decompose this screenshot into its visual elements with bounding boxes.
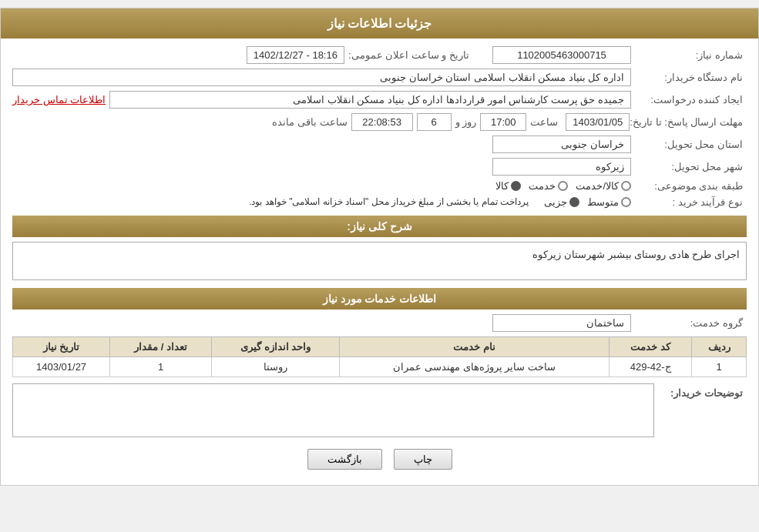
table-cell: 1	[110, 357, 212, 377]
baqi-label: ساعت باقی مانده	[272, 116, 347, 128]
tabaghebandi-group: کالا/خدمت خدمت کالا	[495, 180, 631, 192]
table-head: ردیف کد خدمت نام خدمت واحد اندازه گیری ت…	[13, 337, 747, 357]
nam-dastgah-value: اداره کل بنیاد مسکن انقلاب اسلامی استان …	[12, 69, 631, 86]
mohlat-date: 1403/01/05	[566, 113, 630, 131]
radio-jozii[interactable]: جزیی	[544, 196, 579, 208]
khadamat-section-header: اطلاعات خدمات مورد نیاز	[12, 288, 747, 309]
col-vahed: واحد اندازه گیری	[212, 337, 340, 357]
sharh-box: اجرای طرح هادی روستای بیشبر شهرستان زیرک…	[12, 242, 747, 280]
page-title: جزئیات اطلاعات نیاز	[327, 17, 432, 30]
table-body: 1ج-42-429ساخت سایر پروژه‌های مهندسی عمرا…	[13, 357, 747, 377]
page-header: جزئیات اطلاعات نیاز	[1, 8, 758, 38]
khadamat-title: اطلاعات خدمات مورد نیاز	[323, 293, 437, 305]
ijad-row: ایجاد کننده درخواست: جمیده حق پرست کارشن…	[12, 91, 747, 109]
shomara-label: شماره نیاز:	[631, 49, 747, 61]
tabaghebandi-row: طبقه بندی موضوعی: کالا/خدمت خدمت کالا	[12, 180, 747, 192]
rooz-label: روز و	[455, 116, 477, 128]
tarikh-value: 1402/12/27 - 18:16	[247, 46, 344, 64]
radio-khadamat-circle	[558, 181, 568, 191]
sharh-title: شرح کلی نیاز:	[347, 220, 411, 233]
radio-motasat[interactable]: متوسط	[587, 196, 631, 208]
col-radif: ردیف	[692, 337, 747, 357]
sharh-text: اجرای طرح هادی روستای بیشبر شهرستان زیرک…	[532, 249, 740, 260]
radio-motasat-circle	[621, 197, 631, 207]
ostan-value: خراسان جنوبی	[492, 136, 631, 153]
col-kod: کد خدمت	[609, 337, 691, 357]
col-nam: نام خدمت	[340, 337, 610, 357]
radio-khadamat[interactable]: خدمت	[529, 180, 568, 192]
radio-jozii-label: جزیی	[544, 196, 567, 208]
shahr-label: شهر محل تحویل:	[631, 161, 747, 172]
table-cell: 1	[692, 357, 747, 377]
bazgasht-button[interactable]: بازگشت	[307, 449, 382, 470]
mohlat-label: مهلت ارسال پاسخ: تا تاریخ:	[630, 116, 747, 128]
radio-jozii-circle	[569, 197, 579, 207]
radio-kala-khadamat-circle	[621, 181, 631, 191]
table-cell: 1403/01/27	[13, 357, 110, 377]
tarikh-label: تاریخ و ساعت اعلان عمومی:	[348, 49, 469, 61]
table-cell: ساخت سایر پروژه‌های مهندسی عمران	[340, 357, 610, 377]
tafsirat-row: توضیحات خریدار:	[12, 383, 747, 437]
radio-khadamat-label: خدمت	[529, 180, 556, 192]
mohlat-rooz: 6	[417, 113, 452, 131]
tafsirat-box	[12, 383, 654, 437]
radio-kala-circle	[511, 181, 521, 191]
chap-button[interactable]: چاپ	[394, 449, 452, 470]
contact-link[interactable]: اطلاعات تماس خریدار	[12, 94, 106, 105]
shomara-value: 1102005463000715	[492, 46, 631, 64]
col-tarikh: تاریخ نیاز	[13, 337, 110, 357]
mohlat-row: مهلت ارسال پاسخ: تا تاریخ: 1403/01/05 سا…	[12, 113, 747, 131]
grooh-row: گروه خدمت: ساختمان	[12, 314, 747, 332]
tafsirat-label: توضیحات خریدار:	[654, 383, 747, 399]
buttons-row: چاپ بازگشت	[12, 449, 747, 470]
radio-motasat-label: متوسط	[587, 196, 619, 208]
nam-dastgah-label: نام دستگاه خریدار:	[631, 72, 747, 83]
table-cell: ج-42-429	[609, 357, 691, 377]
grooh-label: گروه خدمت:	[631, 317, 747, 329]
table-row: 1ج-42-429ساخت سایر پروژه‌های مهندسی عمرا…	[13, 357, 747, 377]
farayand-group: متوسط جزیی پرداخت تمام یا بخشی از مبلغ خ…	[12, 196, 631, 208]
sharh-section-header: شرح کلی نیاز:	[12, 216, 747, 237]
radio-kala-khadamat[interactable]: کالا/خدمت	[576, 180, 631, 192]
table-header-row: ردیف کد خدمت نام خدمت واحد اندازه گیری ت…	[13, 337, 747, 357]
sharh-area: اجرای طرح هادی روستای بیشبر شهرستان زیرک…	[12, 242, 747, 280]
farayand-row: نوع فرآیند خرید : متوسط جزیی پرداخت تمام…	[12, 196, 747, 208]
payment-note: پرداخت تمام یا بخشی از مبلغ خریداز محل "…	[12, 196, 529, 207]
mohlat-saet: 17:00	[480, 113, 526, 131]
tabaghebandi-label: طبقه بندی موضوعی:	[631, 180, 747, 192]
ostan-row: استان محل تحویل: خراسان جنوبی	[12, 136, 747, 153]
grooh-value: ساختمان	[492, 314, 631, 332]
baqi-saet: 22:08:53	[351, 113, 413, 131]
shahr-value: زیرکوه	[492, 158, 631, 176]
nam-dastgah-row: نام دستگاه خریدار: اداره کل بنیاد مسکن ا…	[12, 69, 747, 86]
ijad-label: ایجاد کننده درخواست:	[631, 94, 747, 105]
farayand-label: نوع فرآیند خرید :	[631, 196, 747, 208]
saet-label: ساعت	[530, 116, 558, 128]
col-tedad: تعداد / مقدار	[110, 337, 212, 357]
services-table: ردیف کد خدمت نام خدمت واحد اندازه گیری ت…	[12, 336, 747, 377]
shomara-row: شماره نیاز: 1102005463000715 تاریخ و ساع…	[12, 46, 747, 64]
radio-kala-khadamat-label: کالا/خدمت	[576, 180, 619, 192]
shahr-row: شهر محل تحویل: زیرکوه	[12, 158, 747, 176]
ijad-value: جمیده حق پرست کارشناس امور قراردادها ادا…	[109, 91, 631, 109]
radio-kala[interactable]: کالا	[495, 180, 521, 192]
radio-kala-label: کالا	[495, 180, 509, 192]
ostan-label: استان محل تحویل:	[631, 139, 747, 150]
table-cell: روستا	[212, 357, 340, 377]
